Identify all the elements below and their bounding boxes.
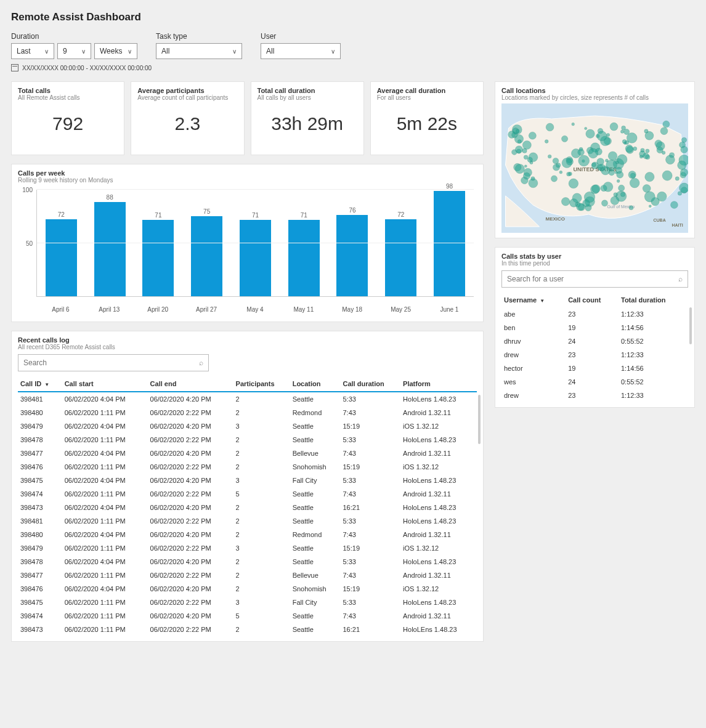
table-row[interactable]: 398479 06/02/2020 1:11 PM 06/02/2020 2:2… bbox=[18, 541, 477, 555]
x-axis-label: May 4 bbox=[235, 306, 275, 313]
page-title: Remote Assist Dashboard bbox=[11, 11, 695, 23]
cell-participants: 2 bbox=[233, 433, 290, 447]
chevron-down-icon: ∨ bbox=[331, 48, 335, 55]
cell-platform: Android 1.32.11 bbox=[400, 568, 477, 582]
col-username[interactable]: Username ▼ bbox=[501, 293, 566, 307]
table-row[interactable]: wes 24 0:55:52 bbox=[501, 375, 688, 389]
map-visualization[interactable]: UNITED STATES Gulf of Mexico MEXICO CUBA… bbox=[501, 103, 688, 233]
cell-count: 24 bbox=[566, 334, 619, 348]
table-row[interactable]: 398475 06/02/2020 1:11 PM 06/02/2020 2:2… bbox=[18, 596, 477, 609]
duration-label: Duration bbox=[11, 32, 137, 41]
svg-point-71 bbox=[546, 123, 554, 131]
kpi-title: Total call duration bbox=[258, 87, 357, 94]
bar bbox=[336, 215, 368, 296]
table-row[interactable]: 398474 06/02/2020 1:11 PM 06/02/2020 4:2… bbox=[18, 609, 477, 623]
user-stats-card: Calls stats by user In this time period … bbox=[495, 247, 695, 408]
svg-point-53 bbox=[627, 133, 637, 144]
scrollbar[interactable] bbox=[478, 395, 481, 444]
cell-participants: 5 bbox=[233, 609, 290, 623]
duration-number-value: 9 bbox=[63, 47, 67, 55]
table-row[interactable]: 398479 06/02/2020 4:04 PM 06/02/2020 4:2… bbox=[18, 419, 477, 433]
cell-participants: 2 bbox=[233, 528, 290, 541]
cell-participants: 2 bbox=[233, 623, 290, 636]
cell-duration: 5:33 bbox=[340, 474, 400, 487]
cell-duration: 15:19 bbox=[340, 582, 400, 596]
x-axis-label: June 1 bbox=[429, 306, 469, 313]
cell-platform: iOS 1.32.12 bbox=[400, 419, 477, 433]
table-row[interactable]: 398475 06/02/2020 4:04 PM 06/02/2020 4:2… bbox=[18, 474, 477, 487]
user-search-input[interactable] bbox=[507, 275, 678, 283]
col-duration[interactable]: Call duration bbox=[340, 376, 400, 392]
svg-point-66 bbox=[551, 176, 557, 182]
col-call-count[interactable]: Call count bbox=[566, 293, 619, 307]
svg-point-104 bbox=[562, 158, 572, 168]
svg-point-140 bbox=[531, 177, 535, 180]
calls-search-input[interactable] bbox=[23, 358, 199, 367]
table-row[interactable]: dhruv 24 0:55:52 bbox=[501, 334, 688, 348]
cell-end: 06/02/2020 2:22 PM bbox=[148, 568, 233, 582]
table-row[interactable]: 398481 06/02/2020 1:11 PM 06/02/2020 2:2… bbox=[18, 514, 477, 528]
kpi-value: 792 bbox=[18, 113, 118, 134]
duration-unit-dropdown[interactable]: Weeks∨ bbox=[94, 43, 137, 59]
svg-point-137 bbox=[515, 164, 524, 173]
duration-number-dropdown[interactable]: 9∨ bbox=[57, 43, 91, 59]
table-row[interactable]: 398473 06/02/2020 1:11 PM 06/02/2020 2:2… bbox=[18, 623, 477, 636]
table-row[interactable]: drew 23 1:12:33 bbox=[501, 389, 688, 402]
svg-point-110 bbox=[601, 166, 610, 175]
table-row[interactable]: hector 19 1:14:56 bbox=[501, 362, 688, 375]
svg-point-36 bbox=[586, 129, 594, 138]
col-call-end[interactable]: Call end bbox=[148, 376, 233, 392]
table-row[interactable]: 398476 06/02/2020 1:11 PM 06/02/2020 2:2… bbox=[18, 460, 477, 474]
cell-duration: 1:12:33 bbox=[619, 389, 688, 402]
bar-value-label: 75 bbox=[203, 208, 210, 215]
calendar-icon bbox=[11, 64, 18, 71]
col-call-id[interactable]: Call ID ▼ bbox=[18, 376, 62, 392]
svg-point-100 bbox=[669, 153, 674, 158]
col-platform[interactable]: Platform bbox=[400, 376, 477, 392]
table-row[interactable]: 398480 06/02/2020 1:11 PM 06/02/2020 2:2… bbox=[18, 406, 477, 419]
table-row[interactable]: drew 23 1:12:33 bbox=[501, 348, 688, 362]
calls-search-box[interactable]: ⌕ bbox=[18, 354, 209, 371]
table-row[interactable]: 398478 06/02/2020 1:11 PM 06/02/2020 2:2… bbox=[18, 433, 477, 447]
table-row[interactable]: 398473 06/02/2020 4:04 PM 06/02/2020 4:2… bbox=[18, 501, 477, 514]
user-search-box[interactable]: ⌕ bbox=[501, 270, 688, 288]
table-row[interactable]: 398477 06/02/2020 1:11 PM 06/02/2020 2:2… bbox=[18, 568, 477, 582]
cell-location: Redmond bbox=[290, 406, 341, 419]
col-total-duration[interactable]: Total duration bbox=[619, 293, 688, 307]
cell-location: Seattle bbox=[290, 487, 341, 501]
task-type-dropdown[interactable]: All∨ bbox=[156, 43, 242, 59]
svg-point-135 bbox=[522, 148, 527, 153]
cell-duration: 15:19 bbox=[340, 419, 400, 433]
svg-point-1 bbox=[617, 180, 620, 183]
col-participants[interactable]: Participants bbox=[233, 376, 290, 392]
cell-start: 06/02/2020 4:04 PM bbox=[62, 528, 148, 541]
cell-id: 398473 bbox=[18, 623, 62, 636]
cell-duration: 7:43 bbox=[340, 568, 400, 582]
user-dropdown[interactable]: All∨ bbox=[261, 43, 341, 59]
chevron-down-icon: ∨ bbox=[81, 48, 86, 55]
cell-duration: 1:12:33 bbox=[619, 307, 688, 321]
map-title: Call locations bbox=[501, 87, 688, 94]
col-location[interactable]: Location bbox=[290, 376, 341, 392]
gridline bbox=[37, 189, 474, 190]
table-row[interactable]: 398476 06/02/2020 4:04 PM 06/02/2020 4:2… bbox=[18, 582, 477, 596]
table-row[interactable]: 398480 06/02/2020 4:04 PM 06/02/2020 4:2… bbox=[18, 528, 477, 541]
cell-location: Seattle bbox=[290, 392, 341, 406]
scrollbar[interactable] bbox=[689, 307, 692, 344]
cell-start: 06/02/2020 1:11 PM bbox=[62, 541, 148, 555]
table-row[interactable]: 398474 06/02/2020 1:11 PM 06/02/2020 2:2… bbox=[18, 487, 477, 501]
cell-duration: 5:33 bbox=[340, 555, 400, 568]
bar-wrap: 98 bbox=[430, 183, 469, 296]
table-row[interactable]: 398481 06/02/2020 4:04 PM 06/02/2020 4:2… bbox=[18, 392, 477, 406]
col-call-start[interactable]: Call start bbox=[62, 376, 148, 392]
cell-duration: 5:33 bbox=[340, 433, 400, 447]
table-row[interactable]: abe 23 1:12:33 bbox=[501, 307, 688, 321]
svg-point-28 bbox=[585, 127, 587, 130]
duration-period-dropdown[interactable]: Last∨ bbox=[11, 43, 54, 59]
table-row[interactable]: ben 19 1:14:56 bbox=[501, 321, 688, 334]
table-row[interactable]: 398478 06/02/2020 4:04 PM 06/02/2020 4:2… bbox=[18, 555, 477, 568]
date-range: XX/XX/XXXX 00:00:00 - XX/XX/XXXX 00:00:0… bbox=[11, 64, 695, 71]
cell-id: 398480 bbox=[18, 406, 62, 419]
svg-point-13 bbox=[619, 185, 625, 191]
table-row[interactable]: 398477 06/02/2020 4:04 PM 06/02/2020 4:2… bbox=[18, 447, 477, 460]
